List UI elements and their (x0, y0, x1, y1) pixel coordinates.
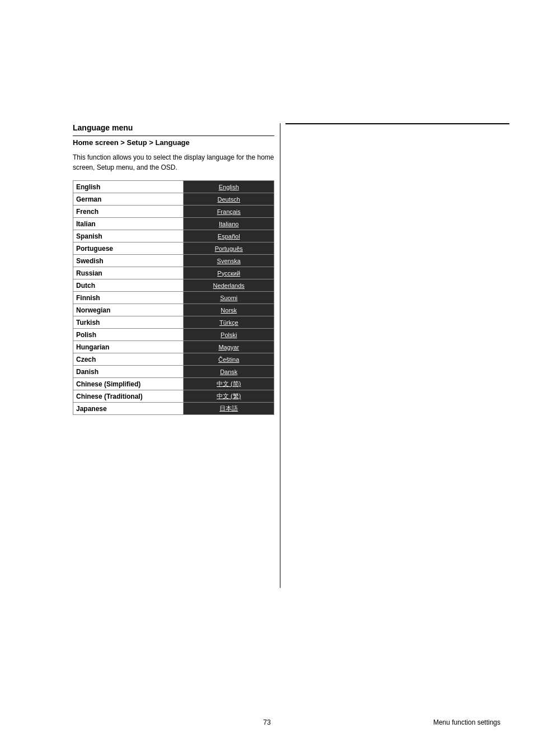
footer-text: Menu function settings (433, 718, 500, 726)
language-native[interactable]: Português (184, 242, 274, 255)
language-row[interactable]: ItalianItaliano (73, 218, 274, 230)
language-native[interactable]: 中文 (繁) (184, 390, 274, 403)
language-name: Russian (73, 267, 184, 279)
language-row[interactable]: GermanDeutsch (73, 193, 274, 206)
divider-line (73, 136, 274, 136)
language-name: Portuguese (73, 242, 184, 255)
language-row[interactable]: PolishPolski (73, 329, 274, 341)
language-row[interactable]: EnglishEnglish (73, 181, 274, 193)
language-native[interactable]: Nederlands (184, 279, 274, 292)
language-native[interactable]: Deutsch (184, 193, 274, 206)
vertical-divider (280, 123, 280, 588)
language-name: Norwegian (73, 304, 184, 316)
language-row[interactable]: Chinese (Traditional)中文 (繁) (73, 390, 274, 403)
language-row[interactable]: SwedishSvenska (73, 255, 274, 267)
language-table: EnglishEnglishGermanDeutschFrenchFrançai… (73, 180, 274, 415)
language-native[interactable]: 中文 (简) (184, 378, 274, 390)
language-name: Japanese (73, 403, 184, 415)
language-native[interactable]: Norsk (184, 304, 274, 316)
language-name: Spanish (73, 230, 184, 242)
language-row[interactable]: TurkishTürkçe (73, 316, 274, 329)
language-name: French (73, 206, 184, 218)
language-row[interactable]: DanishDansk (73, 366, 274, 378)
language-row[interactable]: CzechČeština (73, 353, 274, 366)
language-row[interactable]: Chinese (Simplified)中文 (简) (73, 378, 274, 390)
language-name: Hungarian (73, 341, 184, 353)
description: This function allows you to select the d… (73, 152, 274, 172)
language-name: Danish (73, 366, 184, 378)
language-name: Czech (73, 353, 184, 366)
language-native[interactable]: Dansk (184, 366, 274, 378)
language-row[interactable]: FrenchFrançais (73, 206, 274, 218)
language-row[interactable]: FinnishSuomi (73, 292, 274, 304)
page-container: Language menu Home screen > Setup > Lang… (0, 0, 534, 756)
language-native[interactable]: English (184, 181, 274, 193)
language-native[interactable]: Čeština (184, 353, 274, 366)
language-native[interactable]: Suomi (184, 292, 274, 304)
language-native[interactable]: Magyar (184, 341, 274, 353)
language-row[interactable]: DutchNederlands (73, 279, 274, 292)
language-native[interactable]: Español (184, 230, 274, 242)
breadcrumb: Home screen > Setup > Language (73, 138, 274, 147)
language-name: Polish (73, 329, 184, 341)
language-row[interactable]: RussianРусский (73, 267, 274, 279)
language-name: Finnish (73, 292, 184, 304)
language-row[interactable]: NorwegianNorsk (73, 304, 274, 316)
section-title: Language menu (73, 123, 274, 132)
page-number: 73 (263, 718, 270, 726)
content-area: Language menu Home screen > Setup > Lang… (73, 123, 274, 415)
language-native[interactable]: 日本語 (184, 403, 274, 415)
language-native[interactable]: Polski (184, 329, 274, 341)
language-row[interactable]: Japanese日本語 (73, 403, 274, 415)
language-native[interactable]: Русский (184, 267, 274, 279)
language-native[interactable]: Italiano (184, 218, 274, 230)
language-name: Swedish (73, 255, 184, 267)
language-name: German (73, 193, 184, 206)
right-column (285, 123, 509, 571)
language-row[interactable]: SpanishEspañol (73, 230, 274, 242)
language-name: Chinese (Simplified) (73, 378, 184, 390)
language-row[interactable]: PortuguesePortuguês (73, 242, 274, 255)
language-name: Chinese (Traditional) (73, 390, 184, 403)
language-row[interactable]: HungarianMagyar (73, 341, 274, 353)
language-native[interactable]: Türkçe (184, 316, 274, 329)
language-native[interactable]: Svenska (184, 255, 274, 267)
language-name: Italian (73, 218, 184, 230)
language-name: Dutch (73, 279, 184, 292)
language-name: Turkish (73, 316, 184, 329)
language-name: English (73, 181, 184, 193)
language-native[interactable]: Français (184, 206, 274, 218)
